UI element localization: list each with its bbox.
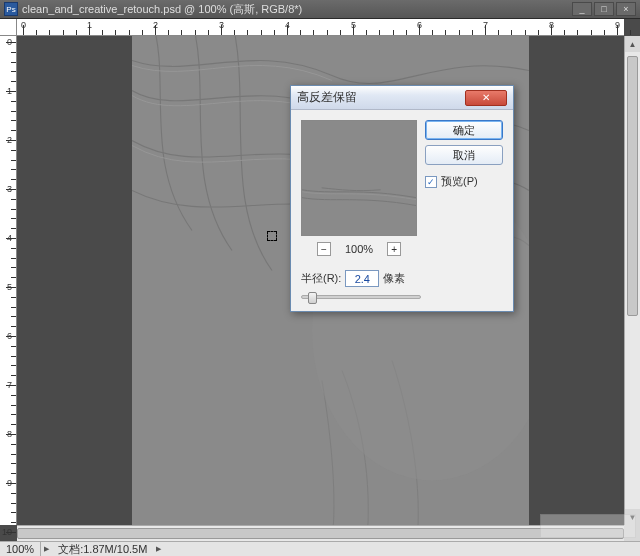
horizontal-scroll-track[interactable] — [17, 526, 624, 541]
dialog-buttons-column: 确定 取消 ✓ 预览(P) — [425, 120, 503, 256]
radius-input[interactable] — [345, 270, 379, 287]
horizontal-scroll-thumb[interactable] — [17, 528, 624, 539]
ruler-origin[interactable] — [0, 19, 17, 36]
status-menu-icon[interactable]: ▶ — [41, 545, 52, 553]
vertical-ruler[interactable]: 012345678910 — [0, 36, 17, 525]
horizontal-ruler[interactable]: 0123456789 — [17, 19, 624, 36]
radius-row: 半径(R): 像素 — [291, 266, 513, 295]
scroll-up-button[interactable]: ▲ — [625, 36, 640, 52]
svg-rect-2 — [302, 121, 416, 235]
maximize-button[interactable]: □ — [594, 2, 614, 16]
file-icon: Ps — [4, 2, 18, 16]
radius-slider-knob[interactable] — [308, 292, 317, 304]
status-bar: 100% ▶ 文档: 1.87M/10.5M ▶ — [0, 541, 640, 556]
close-button[interactable]: × — [616, 2, 636, 16]
filter-preview[interactable] — [301, 120, 417, 236]
docsize-value: 1.87M/10.5M — [83, 543, 147, 555]
zoom-out-button[interactable]: − — [317, 242, 331, 256]
minimize-button[interactable]: _ — [572, 2, 592, 16]
radius-slider-row — [291, 295, 513, 311]
cancel-button[interactable]: 取消 — [425, 145, 503, 165]
dialog-close-button[interactable]: ✕ — [465, 90, 507, 106]
vertical-scrollbar[interactable]: ▲ ▼ — [624, 36, 640, 525]
radius-label: 半径(R): — [301, 271, 341, 286]
radius-unit: 像素 — [383, 271, 405, 286]
file-name: clean_and_creative_retouch.psd — [22, 3, 181, 15]
preview-zoom-value: 100% — [345, 243, 373, 255]
watermark — [540, 514, 636, 538]
docsize-label: 文档: — [58, 542, 83, 557]
preview-checkbox-label: 预览(P) — [441, 174, 478, 189]
vertical-scroll-thumb[interactable] — [627, 56, 638, 316]
status-zoom[interactable]: 100% — [0, 542, 41, 556]
preview-zoom-controls: − 100% + — [317, 242, 401, 256]
preview-checkbox[interactable]: ✓ — [425, 176, 437, 188]
preview-checkbox-row[interactable]: ✓ 预览(P) — [425, 174, 503, 189]
zoom-indicator: @ 100% — [184, 3, 226, 15]
horizontal-scrollbar[interactable] — [17, 525, 624, 541]
window-controls: _ □ × — [572, 2, 636, 16]
document-title: clean_and_creative_retouch.psd @ 100% (高… — [22, 2, 572, 17]
selection-marquee[interactable] — [267, 231, 277, 241]
high-pass-dialog: 高反差保留 ✕ − 100% — [290, 85, 514, 312]
dialog-titlebar[interactable]: 高反差保留 ✕ — [291, 86, 513, 110]
status-menu2-icon[interactable]: ▶ — [153, 545, 164, 553]
dialog-title: 高反差保留 — [297, 89, 465, 106]
ok-button[interactable]: 确定 — [425, 120, 503, 140]
dialog-body: − 100% + 确定 取消 ✓ 预览(P) — [291, 110, 513, 266]
status-docsize[interactable]: 文档: 1.87M/10.5M — [52, 542, 153, 556]
radius-slider[interactable] — [301, 295, 421, 299]
color-mode: (高斯, RGB/8*) — [230, 3, 303, 15]
preview-column: − 100% + — [301, 120, 417, 256]
zoom-in-button[interactable]: + — [387, 242, 401, 256]
document-titlebar: Ps clean_and_creative_retouch.psd @ 100%… — [0, 0, 640, 19]
